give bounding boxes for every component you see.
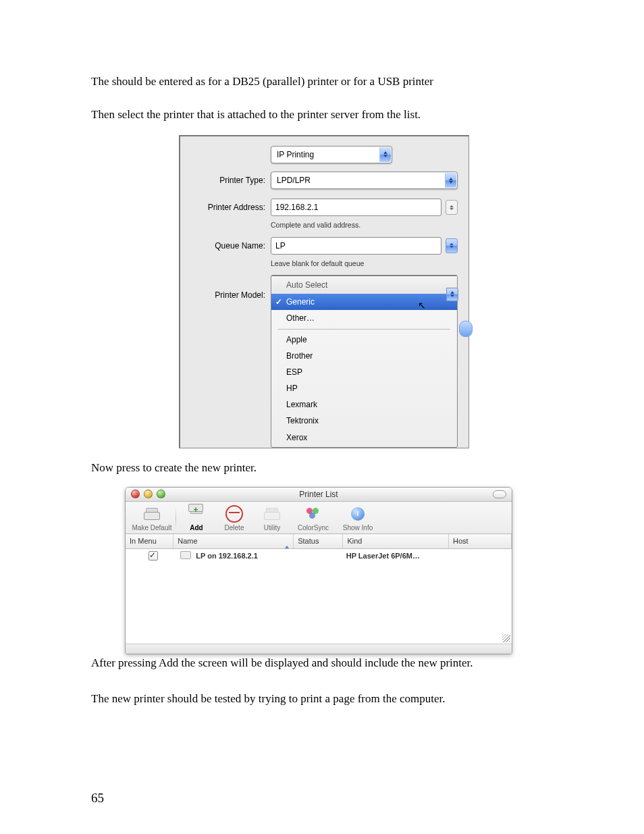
col-kind[interactable]: Kind [343, 534, 449, 548]
toolbar-separator [176, 507, 176, 530]
address-hint: Complete and valid address. [271, 220, 458, 230]
paragraph-queue-name-note: The should be entered as for a DB25 (par… [91, 74, 553, 90]
printer-icon [180, 551, 191, 559]
queue-name-input[interactable] [271, 237, 441, 255]
printer-icon [144, 508, 160, 520]
ip-printing-dialog: IP Printing Printer Type: LPD/LPR Printe… [179, 135, 469, 448]
text: for a DB25 (parallel) printer or [208, 75, 353, 88]
model-item-generic[interactable]: ✓ Generic [271, 294, 457, 310]
utility-button[interactable]: Utility [253, 504, 291, 533]
window-title: Printer List [126, 489, 512, 500]
col-host[interactable]: Host [449, 534, 512, 548]
col-in-menu[interactable]: In Menu [126, 534, 173, 548]
model-item-vendor[interactable]: Tektronix [271, 413, 457, 429]
show-info-button[interactable]: i Show Info [336, 504, 380, 533]
sort-asc-icon [285, 537, 289, 547]
stepper-icon [379, 147, 391, 162]
printer-status [294, 551, 342, 561]
text: screen will be displayed and should incl… [198, 656, 473, 669]
printer-type-combo[interactable]: LPD/LPR [271, 172, 458, 189]
model-item-vendor[interactable]: Xerox [271, 429, 457, 447]
model-item-other[interactable]: Other… [271, 310, 457, 326]
printer-list-window: Printer List Make Default Add Delete Uti… [125, 487, 512, 654]
text: should be entered as [112, 75, 209, 88]
titlebar[interactable]: Printer List [126, 488, 512, 502]
toolbar-label: Add [178, 523, 215, 533]
toolbar-label: Show Info [336, 523, 380, 533]
add-printer-icon [188, 508, 205, 520]
stepper-icon [445, 173, 456, 188]
model-item-auto-select[interactable]: Auto Select [271, 276, 457, 294]
col-label: Name [178, 537, 197, 545]
toolbar-label: ColorSync [291, 523, 336, 533]
model-item-vendor[interactable]: HP [271, 380, 457, 396]
in-menu-checkbox[interactable] [149, 551, 158, 561]
text: Now press [91, 461, 143, 474]
delete-icon [225, 505, 243, 523]
table-row[interactable]: LP on 192.168.2.1 HP LaserJet 6P/6M… [126, 549, 512, 563]
connection-type-combo[interactable]: IP Printing [271, 146, 392, 163]
text: for a USB printer [354, 75, 434, 88]
add-button[interactable]: Add [178, 504, 215, 533]
paragraph-test-printer: The new printer should be tested by tryi… [91, 692, 553, 707]
printer-model-label: Printer Model: [191, 275, 271, 301]
colorsync-button[interactable]: ColorSync [291, 504, 336, 533]
printer-kind: HP LaserJet 6P/6M… [342, 551, 446, 561]
model-item-vendor[interactable]: Apple [271, 332, 457, 348]
text: to create the new printer. [143, 461, 257, 474]
toolbar-label: Delete [215, 523, 253, 533]
page-number: 65 [91, 789, 104, 807]
printer-name: LP on 192.168.2.1 [196, 552, 258, 560]
printer-address-input[interactable] [271, 199, 441, 216]
queue-name-label: Queue Name: [191, 240, 271, 251]
colorsync-icon [304, 508, 322, 520]
utility-icon [264, 508, 280, 520]
address-stepper[interactable] [446, 200, 458, 215]
col-status[interactable]: Status [294, 534, 343, 548]
toolbar-label: Make Default [130, 523, 174, 533]
check-icon: ✓ [275, 296, 282, 307]
text: The [91, 75, 112, 88]
printer-model-menu[interactable]: Auto Select ✓ Generic Other… Apple Broth… [271, 275, 458, 448]
make-default-button[interactable]: Make Default [130, 504, 174, 533]
stepper-icon [446, 288, 458, 301]
toolbar-label: Utility [253, 523, 291, 533]
column-headers: In Menu Name Status Kind Host [126, 534, 512, 549]
menu-separator [278, 329, 450, 330]
text: After pressing Add the [91, 656, 198, 669]
model-item-vendor[interactable]: Brother [271, 348, 457, 364]
horizontal-scrollbar[interactable] [126, 644, 512, 654]
queue-hint: Leave blank for default queue [271, 259, 458, 268]
delete-button[interactable]: Delete [215, 504, 253, 533]
model-item-label: Generic [286, 297, 315, 307]
toolbar: Make Default Add Delete Utility ColorSyn… [126, 502, 512, 535]
info-icon: i [351, 507, 365, 521]
printer-type-value: LPD/LPR [277, 176, 311, 185]
printer-host [446, 551, 508, 561]
paragraph-press-add: Now press to create the new printer. [91, 461, 553, 476]
scrollbar-fragment [459, 321, 473, 337]
paragraph-after-add: After pressing Add the screen will be di… [91, 656, 553, 671]
printer-address-label: Printer Address: [191, 202, 271, 213]
printer-type-label: Printer Type: [191, 175, 271, 186]
connection-type-value: IP Printing [277, 150, 314, 159]
paragraph-select-printer: Then select the printer that is attached… [91, 107, 553, 123]
toolbar-toggle-icon[interactable] [493, 490, 506, 498]
model-item-vendor[interactable]: ESP [271, 364, 457, 380]
resize-handle-icon[interactable] [502, 634, 510, 642]
printer-table-body: LP on 192.168.2.1 HP LaserJet 6P/6M… [126, 549, 512, 644]
queue-stepper[interactable] [446, 238, 458, 253]
model-item-vendor[interactable]: Lexmark [271, 396, 457, 413]
col-name[interactable]: Name [173, 534, 294, 548]
